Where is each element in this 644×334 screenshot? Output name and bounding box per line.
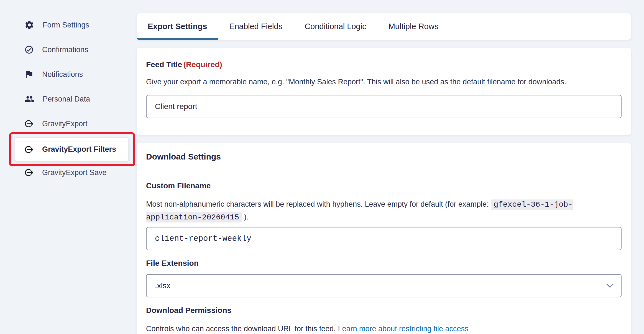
tab-enabled-fields[interactable]: Enabled Fields (218, 13, 293, 40)
feed-title-description: Give your export a memorable name, e.g. … (146, 76, 622, 88)
sidebar-item-label: GravityExport Save (42, 168, 107, 177)
sidebar-item-label: GravityExport Filters (42, 145, 116, 154)
feed-title-label: Feed Title (146, 60, 182, 69)
tab-export-settings[interactable]: Export Settings (137, 13, 218, 40)
chevron-down-icon (606, 283, 614, 288)
feed-title-input[interactable] (146, 95, 622, 118)
feed-title-card: Feed Title (Required) Give your export a… (137, 48, 631, 135)
flag-icon (24, 70, 34, 79)
feed-tabs: Export Settings Enabled Fields Condition… (137, 13, 631, 40)
tab-label: Conditional Logic (305, 22, 366, 31)
file-extension-label: File Extension (146, 259, 622, 267)
feed-settings-main: Export Settings Enabled Fields Condition… (137, 13, 631, 334)
sidebar-item-form-settings[interactable]: Form Settings (24, 20, 89, 30)
sidebar-item-label: GravityExport (42, 120, 88, 128)
required-badge: (Required) (183, 60, 222, 69)
gear-icon (24, 20, 34, 30)
sidebar-item-gravityexport[interactable]: GravityExport (24, 119, 88, 128)
download-permissions-description: Controls who can access the download URL… (146, 323, 622, 334)
download-settings-header: Download Settings (137, 143, 631, 169)
download-settings-title: Download Settings (146, 151, 622, 163)
people-icon (24, 94, 34, 104)
sidebar-item-label: Personal Data (43, 95, 90, 103)
custom-filename-input[interactable] (146, 227, 622, 250)
export-arrow-icon (24, 119, 34, 128)
tab-conditional-logic[interactable]: Conditional Logic (293, 13, 377, 40)
feed-title-label-row: Feed Title (Required) (146, 61, 622, 69)
file-extension-select[interactable]: .xlsx (146, 274, 622, 297)
sidebar-item-personal-data[interactable]: Personal Data (24, 94, 90, 104)
sidebar-item-label: Form Settings (43, 21, 89, 29)
restrict-file-access-link[interactable]: Learn more about restricting file access (338, 325, 468, 333)
custom-filename-label: Custom Filename (146, 182, 622, 190)
file-extension-selected-value: .xlsx (155, 281, 170, 290)
export-arrow-icon (24, 145, 34, 154)
sidebar-item-label: Notifications (42, 70, 83, 79)
download-settings-card: Download Settings Custom Filename Most n… (137, 143, 631, 334)
download-permissions-label: Download Permissions (146, 307, 622, 314)
export-arrow-icon (24, 168, 34, 177)
check-circle-icon (24, 45, 34, 54)
sidebar-item-notifications[interactable]: Notifications (24, 70, 83, 79)
tab-label: Enabled Fields (229, 22, 282, 31)
sidebar-item-gravityexport-filters[interactable]: GravityExport Filters (15, 137, 129, 162)
tab-label: Export Settings (148, 22, 207, 31)
custom-filename-description: Most non-alphanumeric characters will be… (146, 198, 622, 224)
tab-label: Multiple Rows (389, 22, 439, 31)
sidebar-item-gravityexport-save[interactable]: GravityExport Save (24, 168, 107, 177)
sidebar-item-label: Confirmations (42, 45, 88, 54)
download-settings-body: Custom Filename Most non-alphanumeric ch… (137, 169, 631, 334)
active-tab-underline (137, 38, 218, 40)
sidebar-item-confirmations[interactable]: Confirmations (24, 45, 88, 54)
tab-multiple-rows[interactable]: Multiple Rows (377, 13, 450, 40)
